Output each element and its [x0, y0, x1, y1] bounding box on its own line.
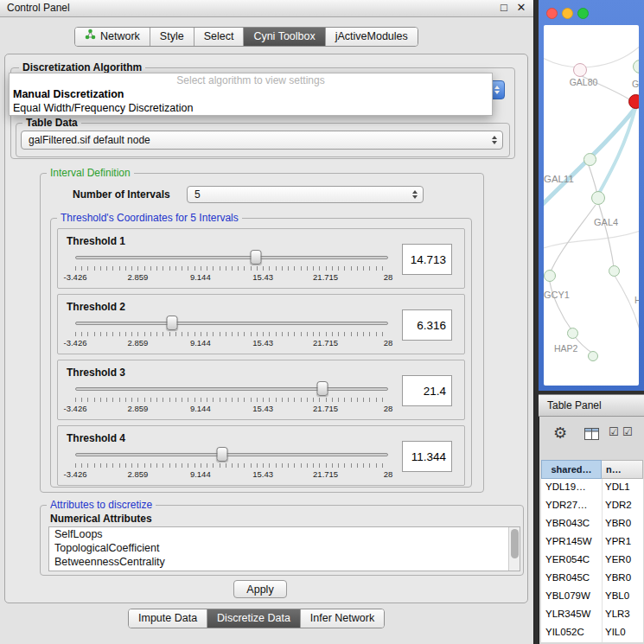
tab-cyni-toolbox[interactable]: Cyni Toolbox: [244, 28, 325, 46]
list-item[interactable]: TopologicalCoefficient: [49, 541, 520, 555]
list-item[interactable]: BetweennessCentrality: [49, 555, 520, 569]
checkbox-icon[interactable]: ☑: [622, 425, 633, 438]
table-row[interactable]: YBL079WYBL0: [541, 588, 643, 606]
scale-label: 28: [384, 338, 393, 348]
network-node[interactable]: [567, 328, 578, 339]
control-panel-titlebar: Control Panel □ ✕: [0, 0, 533, 17]
table-row[interactable]: YDR27…YDR2: [541, 497, 643, 515]
cell: YBL079W: [545, 590, 599, 601]
threshold-3-label: Threshold 3: [67, 367, 125, 379]
slider-ticks: [75, 332, 388, 336]
mac-zoom-icon[interactable]: [577, 8, 589, 19]
checkbox-icon[interactable]: ☑: [609, 425, 619, 438]
node-table: shared… n… YDL19…YDL1 YDR27…YDR2 YBR043C…: [541, 460, 643, 642]
popup-item-equal-width-frequency[interactable]: Equal Width/Frequency Discretization: [10, 101, 492, 115]
threshold-4-slider-thumb[interactable]: [217, 447, 228, 462]
table-row[interactable]: YPR145WYPR1: [541, 533, 643, 552]
threshold-2-slider-thumb[interactable]: [167, 316, 178, 330]
tab-discretize-data[interactable]: Discretize Data: [207, 609, 301, 628]
threshold-1-slider-thumb[interactable]: [250, 250, 261, 265]
algorithm-dropdown-popup: Select algorithm to view settings Manual…: [9, 73, 493, 116]
vertical-scrollbar[interactable]: [508, 527, 520, 571]
number-of-intervals-combo[interactable]: 5: [187, 186, 424, 203]
threshold-1-slider[interactable]: [75, 250, 388, 265]
scale-label: 2.859: [128, 404, 149, 413]
scale-label: 9.144: [190, 404, 211, 413]
scale-label: -3.426: [64, 272, 87, 282]
scrollbar-thumb[interactable]: [511, 529, 519, 558]
network-node[interactable]: [588, 351, 598, 361]
columns-icon[interactable]: [584, 428, 599, 443]
tab-impute-data-label: Impute Data: [138, 609, 197, 628]
table-data-group-title: Table Data: [22, 117, 81, 129]
threshold-2-slider[interactable]: [75, 316, 388, 331]
popup-item-manual-discretization[interactable]: Manual Discretization: [10, 87, 492, 101]
table-row[interactable]: YLR345WYLR3: [541, 606, 643, 624]
close-icon[interactable]: ✕: [514, 1, 528, 14]
threshold-4-value-field[interactable]: 11.344: [402, 441, 452, 472]
threshold-3-slider-thumb[interactable]: [316, 381, 328, 396]
slider-track[interactable]: [75, 453, 388, 456]
column-header-name[interactable]: n…: [602, 460, 643, 479]
network-node[interactable]: [591, 191, 605, 205]
table-row[interactable]: YIL052CYIL0: [541, 624, 643, 642]
network-node[interactable]: [544, 270, 556, 282]
tab-infer-network[interactable]: Infer Network: [301, 609, 384, 628]
mac-minimize-icon[interactable]: [562, 8, 573, 19]
network-view-window[interactable]: GAL80 GA GAL11 GAL4 GCY1 HAP2 H: [539, 0, 644, 391]
scale-label: 15.43: [252, 469, 273, 479]
network-node[interactable]: [583, 153, 596, 166]
table-row[interactable]: YBR045CYBR0: [541, 570, 643, 588]
threshold-4-box: Threshold 4 -3.426 2.859 9.144 15.43 21.…: [57, 425, 465, 486]
apply-button[interactable]: Apply: [233, 580, 287, 598]
list-item[interactable]: SelfLoops: [49, 527, 520, 541]
table-row[interactable]: YDL19…YDL1: [541, 479, 643, 497]
cell: YBR043C: [545, 518, 599, 528]
threshold-1-value-field[interactable]: 14.713: [402, 244, 452, 275]
network-node[interactable]: [609, 265, 620, 277]
cell: YER0: [605, 554, 643, 564]
cell: YBR045C: [545, 572, 599, 583]
slider-track[interactable]: [75, 256, 388, 259]
slider-track[interactable]: [75, 322, 388, 325]
interval-definition-group-title: Interval Definition: [47, 167, 134, 179]
gear-icon[interactable]: ⚙: [553, 424, 567, 443]
scale-label: 21.715: [313, 404, 338, 413]
table-row[interactable]: YER054CYER0: [541, 552, 643, 570]
cell: YDL1: [605, 481, 643, 492]
scale-label: 9.144: [190, 272, 211, 282]
threshold-3-value-field[interactable]: 21.4: [402, 375, 452, 406]
network-canvas[interactable]: GAL80 GA GAL11 GAL4 GCY1 HAP2 H: [544, 25, 639, 386]
cell: YLR345W: [545, 609, 599, 619]
network-node[interactable]: [573, 63, 587, 77]
control-panel-title: Control Panel: [7, 0, 70, 16]
table-data-combo[interactable]: galFiltered.sif default node: [21, 131, 503, 150]
tab-jactivemodules[interactable]: jActiveModules: [326, 28, 418, 46]
threshold-2-value-field[interactable]: 6.316: [402, 309, 452, 341]
node-label: GAL11: [544, 174, 574, 184]
network-node-selected[interactable]: [628, 94, 639, 109]
table-row[interactable]: YBR043CYBR0: [541, 515, 643, 533]
dropdown-arrows-icon: [409, 187, 420, 202]
tab-discretize-data-label: Discretize Data: [217, 609, 290, 628]
scale-label: 28: [384, 404, 393, 413]
column-header-shared-name[interactable]: shared…: [541, 460, 602, 479]
scale-label: 15.43: [252, 272, 273, 282]
table-data-combo-value: galFiltered.sif default node: [29, 131, 150, 149]
tab-style-label: Style: [160, 28, 184, 46]
tab-impute-data[interactable]: Impute Data: [129, 609, 207, 628]
cell: YPR145W: [545, 536, 599, 546]
tab-network[interactable]: Network: [75, 28, 150, 46]
cell: YDL19…: [545, 481, 599, 492]
tab-select[interactable]: Select: [194, 28, 245, 46]
scale-label: 15.43: [252, 404, 273, 413]
threshold-3-slider[interactable]: [75, 381, 388, 397]
threshold-4-slider[interactable]: [75, 447, 388, 462]
table-panel-titlebar: Table Panel: [539, 394, 644, 417]
tab-cyni-toolbox-label: Cyni Toolbox: [253, 28, 315, 46]
slider-track[interactable]: [75, 387, 388, 391]
number-of-intervals-label: Number of Intervals: [73, 188, 170, 201]
float-icon[interactable]: □: [497, 1, 511, 14]
mac-close-icon[interactable]: [546, 8, 558, 19]
tab-style[interactable]: Style: [150, 28, 194, 46]
